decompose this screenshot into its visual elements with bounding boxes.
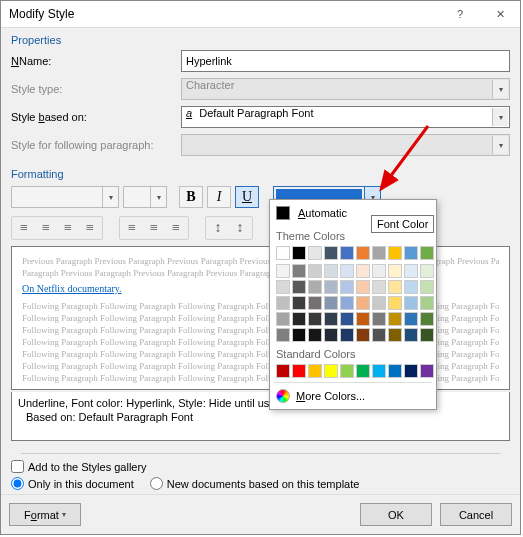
color-swatch[interactable]: [292, 312, 306, 326]
format-menu-button[interactable]: Format ▾: [9, 503, 81, 526]
color-swatch[interactable]: [388, 246, 402, 260]
color-swatch[interactable]: [356, 296, 370, 310]
color-swatch[interactable]: [420, 364, 434, 378]
color-swatch[interactable]: [292, 328, 306, 342]
color-swatch[interactable]: [340, 364, 354, 378]
color-swatch[interactable]: [276, 328, 290, 342]
underline-button[interactable]: U: [235, 186, 259, 208]
color-swatch[interactable]: [340, 296, 354, 310]
line-spacing-1-button: ≡: [121, 218, 143, 238]
color-swatch[interactable]: [388, 280, 402, 294]
color-swatch[interactable]: [356, 364, 370, 378]
color-swatch[interactable]: [372, 264, 386, 278]
color-swatch[interactable]: [356, 328, 370, 342]
color-swatch[interactable]: [404, 312, 418, 326]
style-type-select: Character ▾: [181, 78, 510, 100]
chevron-down-icon[interactable]: ▾: [492, 108, 508, 126]
color-swatch[interactable]: [404, 280, 418, 294]
color-swatch[interactable]: [340, 312, 354, 326]
color-swatch[interactable]: [372, 246, 386, 260]
color-swatch[interactable]: [324, 296, 338, 310]
color-swatch[interactable]: [356, 264, 370, 278]
color-swatch[interactable]: [308, 246, 322, 260]
color-swatch[interactable]: [308, 312, 322, 326]
color-swatch[interactable]: [372, 280, 386, 294]
color-swatch[interactable]: [420, 264, 434, 278]
color-swatch[interactable]: [340, 264, 354, 278]
cancel-button[interactable]: Cancel: [440, 503, 512, 526]
only-in-document-radio[interactable]: Only in this document: [11, 477, 134, 490]
color-swatch[interactable]: [308, 280, 322, 294]
color-swatch[interactable]: [340, 328, 354, 342]
color-swatch[interactable]: [356, 312, 370, 326]
color-swatch[interactable]: [388, 264, 402, 278]
name-input[interactable]: [181, 50, 510, 72]
color-swatch[interactable]: [420, 280, 434, 294]
following-para-select: ▾: [181, 134, 510, 156]
color-wheel-icon: [276, 389, 290, 403]
color-swatch[interactable]: [308, 296, 322, 310]
automatic-swatch: [276, 206, 290, 220]
color-swatch[interactable]: [324, 280, 338, 294]
more-colors-row[interactable]: More Colors...: [274, 385, 432, 405]
color-swatch[interactable]: [372, 312, 386, 326]
color-swatch[interactable]: [308, 264, 322, 278]
color-swatch[interactable]: [420, 312, 434, 326]
color-swatch[interactable]: [324, 264, 338, 278]
color-swatch[interactable]: [276, 296, 290, 310]
based-on-select[interactable]: a Default Paragraph Font ▾: [181, 106, 510, 128]
footer-options: Add to the Styles gallery Only in this d…: [1, 447, 520, 494]
close-button[interactable]: ✕: [480, 1, 520, 28]
color-swatch[interactable]: [340, 246, 354, 260]
color-swatch[interactable]: [292, 364, 306, 378]
color-swatch[interactable]: [388, 364, 402, 378]
help-button[interactable]: ?: [440, 1, 480, 28]
color-swatch[interactable]: [404, 296, 418, 310]
color-swatch[interactable]: [324, 364, 338, 378]
color-swatch[interactable]: [356, 246, 370, 260]
color-swatch[interactable]: [292, 296, 306, 310]
color-swatch[interactable]: [292, 246, 306, 260]
color-swatch[interactable]: [308, 328, 322, 342]
add-to-gallery-checkbox[interactable]: Add to the Styles gallery: [11, 460, 510, 473]
color-swatch[interactable]: [372, 364, 386, 378]
color-swatch[interactable]: [356, 280, 370, 294]
color-swatch[interactable]: [404, 328, 418, 342]
color-swatch[interactable]: [292, 264, 306, 278]
more-colors-label: More Colors...: [296, 390, 365, 402]
color-swatch[interactable]: [404, 364, 418, 378]
color-swatch[interactable]: [420, 296, 434, 310]
standard-colors-grid: [274, 362, 432, 380]
bold-button[interactable]: B: [179, 186, 203, 208]
space-before-dec-button: ↕: [229, 218, 251, 238]
color-swatch[interactable]: [340, 280, 354, 294]
following-para-label: Style for following paragraph:: [11, 139, 181, 151]
color-swatch[interactable]: [324, 246, 338, 260]
color-swatch[interactable]: [324, 312, 338, 326]
ok-button[interactable]: OK: [360, 503, 432, 526]
color-swatch[interactable]: [404, 246, 418, 260]
color-swatch[interactable]: [276, 246, 290, 260]
color-swatch[interactable]: [308, 364, 322, 378]
color-swatch[interactable]: [292, 280, 306, 294]
color-swatch[interactable]: [324, 328, 338, 342]
color-swatch[interactable]: [420, 328, 434, 342]
color-swatch[interactable]: [276, 280, 290, 294]
color-swatch[interactable]: [388, 296, 402, 310]
line-spacing-2-button: ≡: [165, 218, 187, 238]
color-swatch[interactable]: [420, 246, 434, 260]
based-on-label: Style based on:: [11, 111, 181, 123]
color-swatch[interactable]: [388, 312, 402, 326]
color-swatch[interactable]: [276, 264, 290, 278]
color-swatch[interactable]: [372, 328, 386, 342]
color-swatch[interactable]: [276, 312, 290, 326]
summary-line2: Based on: Default Paragraph Font: [18, 410, 503, 424]
italic-button[interactable]: I: [207, 186, 231, 208]
color-swatch[interactable]: [388, 328, 402, 342]
color-swatch[interactable]: [276, 364, 290, 378]
new-documents-radio[interactable]: New documents based on this template: [150, 477, 360, 490]
standard-colors-header: Standard Colors: [274, 344, 432, 362]
color-swatch[interactable]: [404, 264, 418, 278]
style-type-value: Character: [186, 79, 234, 91]
color-swatch[interactable]: [372, 296, 386, 310]
